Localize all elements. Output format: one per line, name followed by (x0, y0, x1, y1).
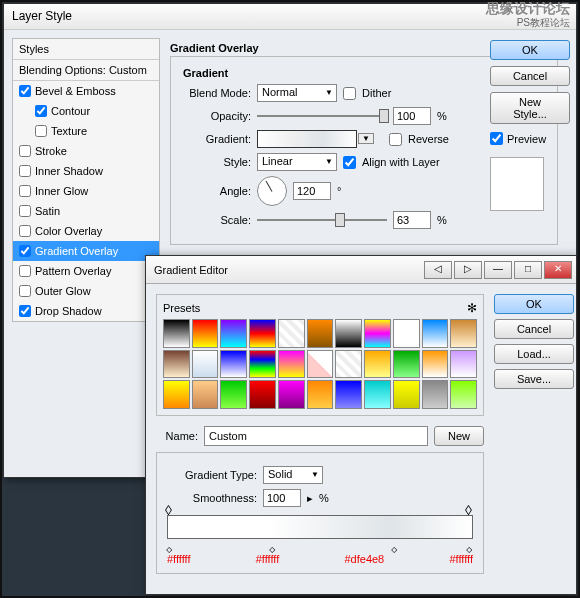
preset-swatch[interactable] (192, 350, 219, 379)
preset-swatch[interactable] (249, 350, 276, 379)
help-left-icon[interactable]: ◁ (424, 261, 452, 279)
ge-save-button[interactable]: Save... (494, 369, 574, 389)
preset-swatch[interactable] (393, 319, 420, 348)
preset-swatch[interactable] (220, 319, 247, 348)
opacity-slider[interactable] (257, 109, 387, 123)
dither-checkbox[interactable] (343, 87, 356, 100)
style-checkbox[interactable] (19, 185, 31, 197)
preset-swatch[interactable] (192, 380, 219, 409)
smoothness-input[interactable] (263, 489, 301, 507)
blending-options[interactable]: Blending Options: Custom (13, 60, 159, 81)
new-button[interactable]: New (434, 426, 484, 446)
preset-swatch[interactable] (220, 350, 247, 379)
scale-slider[interactable] (257, 213, 387, 227)
angle-input[interactable] (293, 182, 331, 200)
style-checkbox[interactable] (19, 305, 31, 317)
preset-swatch[interactable] (364, 380, 391, 409)
style-item-satin[interactable]: Satin (13, 201, 159, 221)
style-item-bevel-emboss[interactable]: Bevel & Emboss (13, 81, 159, 101)
help-right-icon[interactable]: ▷ (454, 261, 482, 279)
color-stop[interactable]: ⬦ (268, 540, 278, 552)
style-label: Outer Glow (35, 285, 91, 297)
ok-button[interactable]: OK (490, 40, 570, 60)
style-item-drop-shadow[interactable]: Drop Shadow (13, 301, 159, 321)
watermark-sub: PS教程论坛 (517, 16, 570, 30)
style-checkbox[interactable] (35, 105, 47, 117)
style-item-inner-glow[interactable]: Inner Glow (13, 181, 159, 201)
preset-swatch[interactable] (422, 319, 449, 348)
maximize-button[interactable]: □ (514, 261, 542, 279)
style-select[interactable]: Linear (257, 153, 337, 171)
style-label: Bevel & Emboss (35, 85, 116, 97)
style-item-stroke[interactable]: Stroke (13, 141, 159, 161)
opacity-stop[interactable]: ◊ (465, 502, 475, 514)
preset-swatch[interactable] (249, 319, 276, 348)
style-item-gradient-overlay[interactable]: Gradient Overlay (13, 241, 159, 261)
preset-swatch[interactable] (163, 380, 190, 409)
preset-swatch[interactable] (307, 319, 334, 348)
ge-ok-button[interactable]: OK (494, 294, 574, 314)
preset-swatch[interactable] (220, 380, 247, 409)
opacity-stop[interactable]: ◊ (165, 502, 175, 514)
style-checkbox[interactable] (19, 245, 31, 257)
preset-swatch[interactable] (307, 380, 334, 409)
styles-header[interactable]: Styles (13, 39, 159, 60)
preset-swatch[interactable] (249, 380, 276, 409)
blend-mode-select[interactable]: Normal (257, 84, 337, 102)
preset-swatch[interactable] (450, 319, 477, 348)
angle-dial[interactable] (257, 176, 287, 206)
style-item-inner-shadow[interactable]: Inner Shadow (13, 161, 159, 181)
style-checkbox[interactable] (19, 225, 31, 237)
reverse-checkbox[interactable] (389, 133, 402, 146)
preset-swatch[interactable] (335, 380, 362, 409)
presets-gear-icon[interactable]: ✻ (467, 301, 477, 315)
preset-swatch[interactable] (163, 319, 190, 348)
preview-checkbox[interactable] (490, 132, 503, 145)
color-stop[interactable]: ⬦ (465, 540, 475, 552)
preset-swatch[interactable] (422, 380, 449, 409)
gradient-bar[interactable]: ◊ ◊ ⬦ ⬦ ⬦ ⬦ (167, 515, 473, 539)
preset-swatch[interactable] (307, 350, 334, 379)
style-checkbox[interactable] (19, 205, 31, 217)
preset-swatch[interactable] (335, 319, 362, 348)
preset-swatch[interactable] (364, 319, 391, 348)
preset-swatch[interactable] (364, 350, 391, 379)
new-style-button[interactable]: New Style... (490, 92, 570, 124)
preset-swatch[interactable] (278, 319, 305, 348)
style-checkbox[interactable] (19, 265, 31, 277)
color-stop[interactable]: ⬦ (165, 540, 175, 552)
preset-swatch[interactable] (450, 380, 477, 409)
minimize-button[interactable]: — (484, 261, 512, 279)
close-button[interactable]: ✕ (544, 261, 572, 279)
style-checkbox[interactable] (35, 125, 47, 137)
preset-swatch[interactable] (192, 319, 219, 348)
style-checkbox[interactable] (19, 165, 31, 177)
name-input[interactable] (204, 426, 428, 446)
gradient-picker[interactable] (257, 130, 357, 148)
ge-cancel-button[interactable]: Cancel (494, 319, 574, 339)
style-checkbox[interactable] (19, 145, 31, 157)
style-item-texture[interactable]: Texture (13, 121, 159, 141)
gradient-type-select[interactable]: Solid (263, 466, 323, 484)
preset-swatch[interactable] (393, 380, 420, 409)
opacity-input[interactable] (393, 107, 431, 125)
style-item-color-overlay[interactable]: Color Overlay (13, 221, 159, 241)
preset-swatch[interactable] (422, 350, 449, 379)
smoothness-dropdown-icon[interactable]: ▸ (307, 492, 313, 505)
style-checkbox[interactable] (19, 85, 31, 97)
preset-swatch[interactable] (163, 350, 190, 379)
scale-input[interactable] (393, 211, 431, 229)
cancel-button[interactable]: Cancel (490, 66, 570, 86)
preset-swatch[interactable] (393, 350, 420, 379)
preset-swatch[interactable] (278, 380, 305, 409)
style-checkbox[interactable] (19, 285, 31, 297)
preset-swatch[interactable] (278, 350, 305, 379)
style-item-pattern-overlay[interactable]: Pattern Overlay (13, 261, 159, 281)
color-stop[interactable]: ⬦ (390, 540, 400, 552)
preset-swatch[interactable] (335, 350, 362, 379)
style-item-outer-glow[interactable]: Outer Glow (13, 281, 159, 301)
align-checkbox[interactable] (343, 156, 356, 169)
preset-swatch[interactable] (450, 350, 477, 379)
style-item-contour[interactable]: Contour (13, 101, 159, 121)
ge-load-button[interactable]: Load... (494, 344, 574, 364)
